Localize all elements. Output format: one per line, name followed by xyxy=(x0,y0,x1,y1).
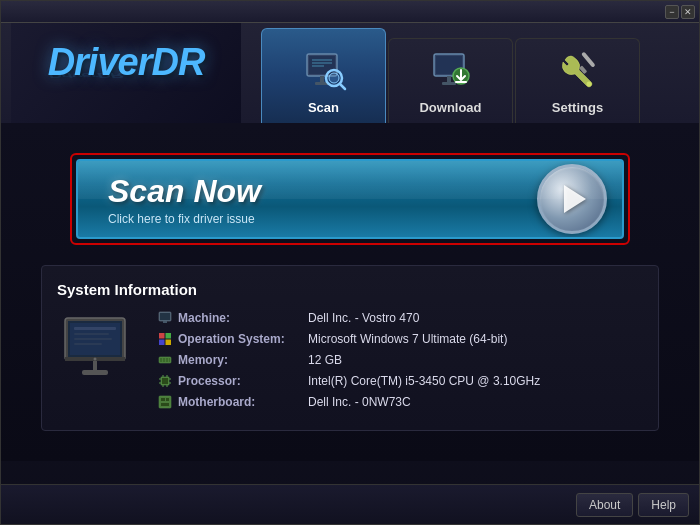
scan-now-subtitle: Click here to fix driver issue xyxy=(108,212,261,226)
svg-point-17 xyxy=(586,82,591,87)
svg-rect-35 xyxy=(166,333,172,339)
tab-scan[interactable]: Scan xyxy=(261,28,386,123)
settings-icon-svg xyxy=(553,46,603,96)
motherboard-value: Dell Inc. - 0NW73C xyxy=(308,395,411,409)
svg-rect-42 xyxy=(169,358,170,362)
system-info-table: Machine: Dell Inc. - Vostro 470 Operatio… xyxy=(157,310,643,415)
svg-rect-37 xyxy=(166,340,172,346)
system-info-title: System Information xyxy=(57,281,643,298)
processor-label: Processor: xyxy=(178,374,308,388)
svg-rect-55 xyxy=(166,398,169,401)
settings-tab-icon xyxy=(553,46,603,96)
svg-rect-18 xyxy=(581,51,596,67)
memory-icon xyxy=(157,352,173,368)
scan-now-wrapper: Scan Now Click here to fix driver issue xyxy=(70,153,630,245)
svg-rect-28 xyxy=(82,370,108,375)
system-info-section: System Information xyxy=(41,265,659,431)
svg-rect-13 xyxy=(442,82,456,85)
download-icon-svg xyxy=(426,46,476,96)
info-row-processor: Processor: Intel(R) Core(TM) i5-3450 CPU… xyxy=(157,373,643,389)
about-button[interactable]: About xyxy=(576,493,633,517)
svg-rect-33 xyxy=(163,321,167,323)
system-info-body: Machine: Dell Inc. - Vostro 470 Operatio… xyxy=(57,310,643,415)
svg-rect-26 xyxy=(74,343,102,345)
computer-svg xyxy=(60,313,140,383)
scan-now-title: Scan Now xyxy=(108,173,261,210)
tab-scan-label: Scan xyxy=(308,100,339,115)
nav-tabs: Scan xyxy=(261,23,640,123)
svg-line-6 xyxy=(340,84,345,89)
svg-rect-56 xyxy=(161,403,169,406)
svg-point-5 xyxy=(329,73,339,83)
content-area: Scan Now Click here to fix driver issue … xyxy=(1,123,699,461)
motherboard-icon xyxy=(157,394,173,410)
os-label: Operation System: xyxy=(178,332,308,346)
tab-download-label: Download xyxy=(419,100,481,115)
machine-label: Machine: xyxy=(178,311,308,325)
svg-rect-25 xyxy=(74,338,112,340)
svg-rect-36 xyxy=(159,340,165,346)
close-button[interactable]: ✕ xyxy=(681,5,695,19)
svg-rect-39 xyxy=(160,358,162,362)
svg-point-30 xyxy=(93,357,96,360)
memory-label: Memory: xyxy=(178,353,308,367)
tab-settings[interactable]: Settings xyxy=(515,38,640,123)
logo-reflection: DriverDR xyxy=(48,71,205,80)
footer: About Help xyxy=(1,484,699,524)
logo-area: DriverDR DriverDR xyxy=(11,23,241,123)
main-window: − ✕ DriverDR DriverDR xyxy=(0,0,700,525)
download-tab-icon xyxy=(426,46,476,96)
monitor-icon xyxy=(57,310,142,385)
info-row-memory: Memory: 12 GB xyxy=(157,352,643,368)
svg-rect-24 xyxy=(74,333,109,335)
motherboard-label: Motherboard: xyxy=(178,395,308,409)
header: DriverDR DriverDR xyxy=(1,23,699,123)
os-icon xyxy=(157,331,173,347)
svg-rect-54 xyxy=(161,398,165,401)
scan-icon-svg xyxy=(299,46,349,96)
minimize-button[interactable]: − xyxy=(665,5,679,19)
tab-download[interactable]: Download xyxy=(388,38,513,123)
machine-value: Dell Inc. - Vostro 470 xyxy=(308,311,419,325)
svg-rect-2 xyxy=(320,76,324,83)
memory-value: 12 GB xyxy=(308,353,342,367)
scan-play-button[interactable] xyxy=(537,164,607,234)
info-row-os: Operation System: Microsoft Windows 7 Ul… xyxy=(157,331,643,347)
info-row-motherboard: Motherboard: Dell Inc. - 0NW73C xyxy=(157,394,643,410)
processor-value: Intel(R) Core(TM) i5-3450 CPU @ 3.10GHz xyxy=(308,374,540,388)
info-row-machine: Machine: Dell Inc. - Vostro 470 xyxy=(157,310,643,326)
scan-text-group: Scan Now Click here to fix driver issue xyxy=(108,173,261,226)
svg-rect-12 xyxy=(447,76,451,83)
processor-icon xyxy=(157,373,173,389)
tab-settings-label: Settings xyxy=(552,100,603,115)
svg-rect-34 xyxy=(159,333,165,339)
scan-tab-icon xyxy=(299,46,349,96)
machine-icon xyxy=(157,310,173,326)
play-arrow-icon xyxy=(564,185,586,213)
os-value: Microsoft Windows 7 Ultimate (64-bit) xyxy=(308,332,507,346)
svg-rect-44 xyxy=(162,378,168,384)
help-button[interactable]: Help xyxy=(638,493,689,517)
svg-rect-53 xyxy=(159,396,171,408)
svg-rect-41 xyxy=(166,358,168,362)
svg-rect-23 xyxy=(74,327,116,330)
scan-now-button[interactable]: Scan Now Click here to fix driver issue xyxy=(76,159,624,239)
svg-rect-32 xyxy=(160,313,170,320)
titlebar: − ✕ xyxy=(1,1,699,23)
svg-rect-40 xyxy=(163,358,165,362)
